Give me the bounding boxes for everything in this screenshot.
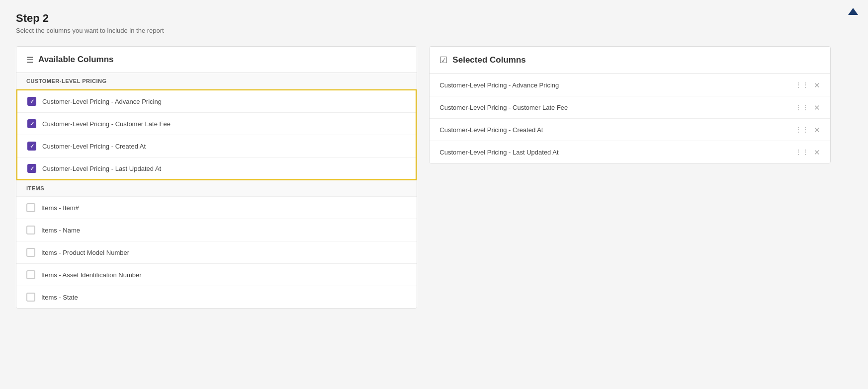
selected-item: Customer-Level Pricing - Advance Pricing… bbox=[430, 74, 830, 96]
selected-item-label-4: Customer-Level Pricing - Last Updated At bbox=[439, 149, 558, 156]
checkbox-items-product-model[interactable] bbox=[26, 248, 35, 257]
selected-item: Customer-Level Pricing - Customer Late F… bbox=[430, 96, 830, 119]
list-item[interactable]: Items - Asset Identification Number bbox=[16, 264, 417, 286]
available-panel-header: ☰ Available Columns bbox=[16, 47, 417, 73]
remove-button-2[interactable]: ✕ bbox=[814, 104, 820, 111]
checkbox-items-item-num[interactable] bbox=[26, 203, 35, 212]
selected-item-label-3: Customer-Level Pricing - Created At bbox=[439, 126, 543, 134]
selected-panel-header: ☑ Selected Columns bbox=[430, 47, 830, 74]
column-label-clp-advance: Customer-Level Pricing - Advance Pricing bbox=[42, 98, 162, 105]
step-title: Step 2 bbox=[16, 12, 852, 25]
selected-item-actions-1: ⋮⋮ ✕ bbox=[795, 81, 820, 89]
list-icon: ☰ bbox=[26, 55, 33, 65]
checked-section-clp: Customer-Level Pricing - Advance Pricing… bbox=[16, 89, 417, 180]
list-item[interactable]: Customer-Level Pricing - Last Updated At bbox=[17, 157, 416, 179]
list-item[interactable]: Items - State bbox=[16, 286, 417, 308]
selected-panel: ☑ Selected Columns Customer-Level Pricin… bbox=[429, 46, 830, 163]
remove-button-1[interactable]: ✕ bbox=[814, 81, 820, 89]
selected-item-label-2: Customer-Level Pricing - Customer Late F… bbox=[439, 104, 568, 111]
checkbox-items-state[interactable] bbox=[26, 293, 35, 302]
list-item[interactable]: Customer-Level Pricing - Customer Late F… bbox=[17, 113, 416, 135]
available-panel: ☰ Available Columns CUSTOMER-LEVEL PRICI… bbox=[16, 46, 417, 309]
selected-item-actions-4: ⋮⋮ ✕ bbox=[795, 148, 820, 156]
checkbox-clp-advance[interactable] bbox=[27, 97, 36, 106]
page-container: Step 2 Select the columns you want to in… bbox=[0, 0, 868, 389]
checkbox-clp-created[interactable] bbox=[27, 142, 36, 151]
remove-button-3[interactable]: ✕ bbox=[814, 126, 820, 134]
columns-wrapper: ☰ Available Columns CUSTOMER-LEVEL PRICI… bbox=[16, 46, 852, 309]
list-item[interactable]: Items - Product Model Number bbox=[16, 241, 417, 264]
top-arrow-icon bbox=[848, 8, 858, 15]
checkbox-clp-updated[interactable] bbox=[27, 164, 36, 173]
drag-icon-3[interactable]: ⋮⋮ bbox=[795, 126, 809, 134]
selected-panel-title: Selected Columns bbox=[452, 55, 525, 65]
checkbox-items-name[interactable] bbox=[26, 226, 35, 234]
selected-item: Customer-Level Pricing - Last Updated At… bbox=[430, 141, 830, 163]
available-panel-body[interactable]: CUSTOMER-LEVEL PRICING Customer-Level Pr… bbox=[16, 73, 417, 308]
selected-panel-body: Customer-Level Pricing - Advance Pricing… bbox=[430, 74, 830, 163]
section-label-items: ITEMS bbox=[16, 180, 417, 197]
available-columns-panel: ☰ Available Columns CUSTOMER-LEVEL PRICI… bbox=[16, 46, 417, 309]
column-label-clp-late-fee: Customer-Level Pricing - Customer Late F… bbox=[42, 120, 171, 128]
column-label-items-item-num: Items - Item# bbox=[41, 204, 79, 212]
available-panel-title: Available Columns bbox=[38, 55, 113, 65]
selected-item-actions-2: ⋮⋮ ✕ bbox=[795, 103, 820, 111]
list-item[interactable]: Customer-Level Pricing - Created At bbox=[17, 135, 416, 157]
column-label-clp-created: Customer-Level Pricing - Created At bbox=[42, 143, 146, 150]
selected-item-actions-3: ⋮⋮ ✕ bbox=[795, 126, 820, 134]
section-label-clp: CUSTOMER-LEVEL PRICING bbox=[16, 73, 417, 89]
column-label-items-product-model: Items - Product Model Number bbox=[41, 249, 129, 256]
drag-icon-1[interactable]: ⋮⋮ bbox=[795, 81, 809, 89]
list-item[interactable]: Customer-Level Pricing - Advance Pricing bbox=[17, 90, 416, 113]
column-label-items-asset-id: Items - Asset Identification Number bbox=[41, 271, 142, 279]
checkbox-clp-late-fee[interactable] bbox=[27, 119, 36, 128]
step-subtitle: Select the columns you want to include i… bbox=[16, 27, 852, 34]
column-label-items-name: Items - Name bbox=[41, 227, 80, 234]
column-label-clp-updated: Customer-Level Pricing - Last Updated At bbox=[42, 165, 161, 172]
checkbox-items-asset-id[interactable] bbox=[26, 270, 35, 279]
selected-panel-icon: ☑ bbox=[439, 55, 447, 66]
column-label-items-state: Items - State bbox=[41, 294, 78, 301]
list-item[interactable]: Items - Item# bbox=[16, 197, 417, 219]
remove-button-4[interactable]: ✕ bbox=[814, 149, 820, 156]
selected-columns-panel: ☑ Selected Columns Customer-Level Pricin… bbox=[429, 46, 830, 309]
drag-icon-2[interactable]: ⋮⋮ bbox=[795, 103, 809, 111]
selected-item: Customer-Level Pricing - Created At ⋮⋮ ✕ bbox=[430, 119, 830, 141]
list-item[interactable]: Items - Name bbox=[16, 219, 417, 241]
drag-icon-4[interactable]: ⋮⋮ bbox=[795, 148, 809, 156]
selected-item-label-1: Customer-Level Pricing - Advance Pricing bbox=[439, 81, 559, 89]
